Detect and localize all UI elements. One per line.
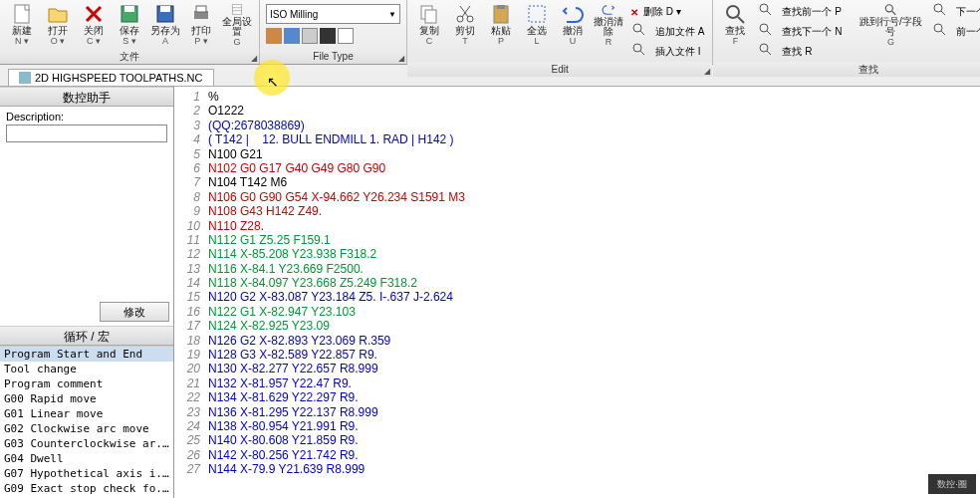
- ft-icon-2[interactable]: [284, 28, 300, 44]
- left-panel: 数控助手 Description: 修改 循环 / 宏 Program Star…: [0, 87, 174, 498]
- globalset-button[interactable]: 全局设置G: [219, 2, 255, 48]
- line-gutter: 1234567891011121314151617181920212223242…: [174, 87, 204, 498]
- ft-icon-3[interactable]: [302, 28, 318, 44]
- svg-point-27: [760, 44, 768, 52]
- insertfile-button[interactable]: 插入文件 I: [626, 42, 708, 62]
- group-label-search: 查找: [858, 64, 878, 75]
- macro-list[interactable]: Program Start and EndTool changeProgram …: [0, 346, 173, 498]
- group-label-filetype: File Type: [313, 51, 353, 62]
- file-dialog-launcher[interactable]: ◢: [251, 51, 257, 66]
- watermark: 数控·圈: [928, 474, 976, 494]
- svg-line-28: [767, 51, 771, 55]
- svg-rect-15: [497, 5, 505, 9]
- svg-point-31: [934, 4, 942, 12]
- svg-point-33: [934, 24, 942, 32]
- ft-icon-1[interactable]: [266, 28, 282, 44]
- tab-title: 2D HIGHSPEED TOOLPATHS.NC: [35, 72, 203, 84]
- group-label-edit: Edit: [552, 64, 569, 75]
- svg-rect-0: [15, 5, 29, 23]
- paste-button[interactable]: 粘贴P: [483, 2, 519, 48]
- svg-rect-11: [425, 10, 436, 23]
- redo-button[interactable]: 撤消清除R: [591, 2, 626, 48]
- selectall-button[interactable]: 全选L: [519, 2, 555, 48]
- helper-title: 数控助手: [0, 87, 173, 107]
- find-button[interactable]: 查找F: [717, 2, 753, 48]
- description-input[interactable]: [6, 124, 167, 142]
- macro-item[interactable]: G09 Exact stop check fo...: [0, 481, 173, 496]
- ribbon-group-file: 新建N ▾打开O ▾关闭C ▾保存S ▾另存为A打印P ▾全局设置G 文件◢: [0, 0, 260, 64]
- macro-item[interactable]: G04 Dwell: [0, 451, 173, 466]
- copy-button[interactable]: 复制C: [411, 2, 447, 48]
- svg-line-18: [640, 31, 644, 35]
- filetype-combo[interactable]: ISO Milling ▼: [266, 4, 400, 24]
- filetype-value: ISO Milling: [270, 9, 318, 20]
- svg-line-34: [941, 31, 945, 35]
- macro-item[interactable]: G02 Clockwise arc move: [0, 421, 173, 436]
- findnext-button[interactable]: 查找下一个 N: [753, 22, 846, 42]
- findrep-button[interactable]: 查找 R: [753, 42, 846, 62]
- svg-line-26: [767, 31, 771, 35]
- macro-item[interactable]: Program Start and End: [0, 347, 173, 362]
- svg-line-32: [941, 11, 945, 15]
- findprev-button[interactable]: 查找前一个 P: [753, 2, 846, 22]
- svg-rect-2: [124, 6, 134, 12]
- svg-point-23: [760, 4, 768, 12]
- macro-item[interactable]: G07 Hypothetical axis i...: [0, 466, 173, 481]
- svg-line-30: [892, 11, 896, 15]
- ribbon-group-filetype: ISO Milling ▼ File Type◢: [260, 0, 407, 64]
- svg-point-25: [760, 24, 768, 32]
- cut-button[interactable]: 剪切T: [447, 2, 483, 48]
- ft-icon-4[interactable]: [320, 28, 336, 44]
- nexttool-button[interactable]: 下一个换刀 T: [927, 2, 980, 22]
- svg-line-20: [640, 51, 644, 55]
- edit-dialog-launcher[interactable]: ◢: [704, 64, 710, 79]
- new-button[interactable]: 新建N ▾: [4, 2, 40, 48]
- filetype-dialog-launcher[interactable]: ◢: [398, 51, 404, 66]
- macro-item[interactable]: G03 Counterclockwise ar...: [0, 436, 173, 451]
- open-button[interactable]: 打开O ▾: [40, 2, 76, 48]
- prevtool-button[interactable]: 前一个换刀 P: [927, 22, 980, 42]
- ribbon-group-search: 查找F 查找前一个 P查找下一个 N查找 R 跳到行号/字段号G下一个换刀 T前…: [713, 0, 980, 64]
- description-label: Description:: [6, 111, 167, 123]
- svg-point-17: [633, 24, 641, 32]
- tab-active[interactable]: 2D HIGHSPEED TOOLPATHS.NC: [8, 69, 214, 86]
- svg-rect-7: [232, 5, 241, 14]
- chevron-down-icon: ▼: [388, 10, 396, 19]
- svg-line-24: [767, 11, 771, 15]
- undo-button[interactable]: 撤消U: [555, 2, 591, 48]
- svg-point-19: [633, 44, 641, 52]
- ribbon-group-edit: 复制C剪切T粘贴P全选L撤消U撤消清除R ✕删除 D ▾追加文件 A插入文件 I…: [407, 0, 713, 64]
- code-editor[interactable]: 1234567891011121314151617181920212223242…: [174, 87, 980, 498]
- print-button[interactable]: 打印P ▾: [183, 2, 219, 48]
- macro-item[interactable]: Program comment: [0, 376, 173, 391]
- close-button[interactable]: 关闭C ▾: [76, 2, 112, 48]
- macro-item[interactable]: Tool change: [0, 362, 173, 376]
- macro-item[interactable]: G01 Linear move: [0, 406, 173, 421]
- saveas-button[interactable]: 另存为A: [147, 2, 183, 48]
- save-button[interactable]: 保存S ▾: [112, 2, 147, 48]
- macro-title: 循环 / 宏: [0, 326, 173, 346]
- addfile-button[interactable]: 追加文件 A: [626, 22, 708, 42]
- group-label-file: 文件: [120, 51, 139, 62]
- svg-rect-4: [160, 6, 170, 12]
- goto-button[interactable]: 跳到行号/字段号G: [854, 2, 927, 48]
- svg-rect-6: [196, 6, 206, 12]
- ft-icon-5[interactable]: [338, 28, 354, 44]
- file-icon: [19, 72, 31, 84]
- svg-point-21: [727, 6, 739, 18]
- modify-button[interactable]: 修改: [100, 302, 169, 322]
- code-content[interactable]: %O1222(QQ:2678038869)( T142 | 12. BULL E…: [204, 87, 980, 498]
- delete-button[interactable]: ✕删除 D ▾: [626, 2, 708, 22]
- macro-item[interactable]: G00 Rapid move: [0, 391, 173, 406]
- svg-line-22: [738, 17, 744, 23]
- svg-rect-16: [529, 6, 545, 22]
- svg-point-29: [886, 5, 893, 12]
